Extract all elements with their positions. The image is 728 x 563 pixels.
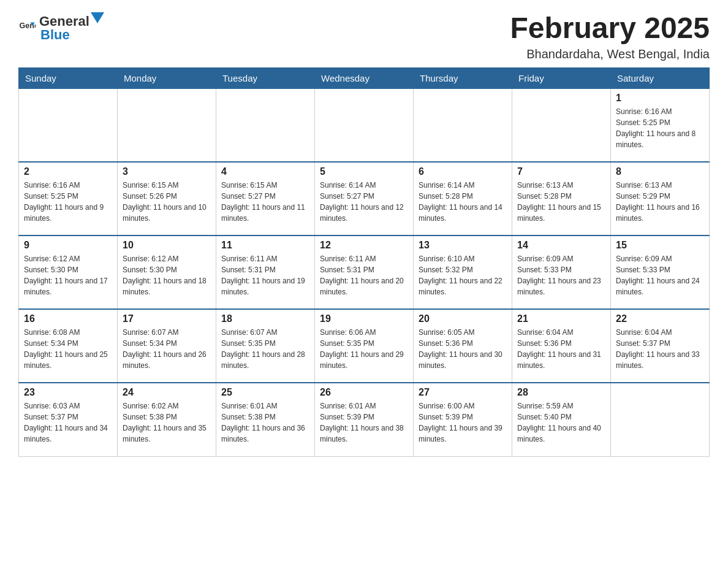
weekday-header-row: SundayMondayTuesdayWednesdayThursdayFrid… [19, 67, 710, 88]
day-number: 12 [320, 240, 408, 251]
calendar-cell: 2Sunrise: 6:16 AM Sunset: 5:25 PM Daylig… [19, 162, 118, 236]
day-number: 5 [320, 166, 408, 177]
day-number: 20 [419, 313, 507, 324]
day-info: Sunrise: 6:06 AM Sunset: 5:35 PM Dayligh… [320, 328, 404, 370]
calendar-cell: 14Sunrise: 6:09 AM Sunset: 5:33 PM Dayli… [512, 236, 611, 309]
day-info: Sunrise: 6:10 AM Sunset: 5:32 PM Dayligh… [419, 255, 502, 296]
calendar-cell: 17Sunrise: 6:07 AM Sunset: 5:34 PM Dayli… [118, 309, 216, 383]
calendar-cell: 10Sunrise: 6:12 AM Sunset: 5:30 PM Dayli… [118, 236, 216, 309]
weekday-header-thursday: Thursday [414, 67, 512, 88]
weekday-header-saturday: Saturday [611, 67, 710, 88]
logo-icon: General [18, 19, 36, 36]
calendar-cell: 27Sunrise: 6:00 AM Sunset: 5:39 PM Dayli… [414, 383, 512, 456]
calendar-cell [19, 88, 118, 162]
calendar-table: SundayMondayTuesdayWednesdayThursdayFrid… [18, 67, 710, 457]
day-info: Sunrise: 6:15 AM Sunset: 5:27 PM Dayligh… [221, 181, 305, 223]
svg-marker-2 [91, 12, 104, 23]
day-info: Sunrise: 5:59 AM Sunset: 5:40 PM Dayligh… [517, 402, 601, 443]
day-number: 2 [24, 166, 112, 177]
calendar-cell: 26Sunrise: 6:01 AM Sunset: 5:39 PM Dayli… [315, 383, 414, 456]
calendar-cell [611, 383, 710, 456]
day-info: Sunrise: 6:07 AM Sunset: 5:35 PM Dayligh… [221, 328, 305, 370]
day-info: Sunrise: 6:09 AM Sunset: 5:33 PM Dayligh… [616, 255, 700, 296]
day-info: Sunrise: 6:05 AM Sunset: 5:36 PM Dayligh… [419, 328, 502, 370]
calendar-cell [315, 88, 414, 162]
day-number: 24 [123, 387, 211, 398]
day-number: 4 [221, 166, 309, 177]
day-info: Sunrise: 6:12 AM Sunset: 5:30 PM Dayligh… [123, 255, 207, 296]
day-number: 28 [517, 387, 605, 398]
calendar-cell: 8Sunrise: 6:13 AM Sunset: 5:29 PM Daylig… [611, 162, 710, 236]
day-info: Sunrise: 6:04 AM Sunset: 5:36 PM Dayligh… [517, 328, 601, 370]
logo-triangle-icon [91, 12, 104, 26]
day-number: 1 [616, 93, 704, 104]
weekday-header-wednesday: Wednesday [315, 67, 414, 88]
day-info: Sunrise: 6:01 AM Sunset: 5:38 PM Dayligh… [221, 402, 305, 443]
day-number: 25 [221, 387, 309, 398]
calendar-week-row: 23Sunrise: 6:03 AM Sunset: 5:37 PM Dayli… [19, 383, 710, 456]
title-area: February 2025 Bhandardaha, West Bengal, … [510, 12, 710, 61]
calendar-cell: 21Sunrise: 6:04 AM Sunset: 5:36 PM Dayli… [512, 309, 611, 383]
calendar-cell: 7Sunrise: 6:13 AM Sunset: 5:28 PM Daylig… [512, 162, 611, 236]
calendar-cell [414, 88, 512, 162]
calendar-cell: 3Sunrise: 6:15 AM Sunset: 5:26 PM Daylig… [118, 162, 216, 236]
day-number: 27 [419, 387, 507, 398]
day-info: Sunrise: 6:13 AM Sunset: 5:28 PM Dayligh… [517, 181, 601, 223]
day-number: 13 [419, 240, 507, 251]
calendar-week-row: 2Sunrise: 6:16 AM Sunset: 5:25 PM Daylig… [19, 162, 710, 236]
day-info: Sunrise: 6:14 AM Sunset: 5:27 PM Dayligh… [320, 181, 404, 223]
calendar-cell: 15Sunrise: 6:09 AM Sunset: 5:33 PM Dayli… [611, 236, 710, 309]
calendar-week-row: 9Sunrise: 6:12 AM Sunset: 5:30 PM Daylig… [19, 236, 710, 309]
day-number: 21 [517, 313, 605, 324]
weekday-header-monday: Monday [118, 67, 216, 88]
day-info: Sunrise: 6:00 AM Sunset: 5:39 PM Dayligh… [419, 402, 502, 443]
day-number: 8 [616, 166, 704, 177]
calendar-cell: 9Sunrise: 6:12 AM Sunset: 5:30 PM Daylig… [19, 236, 118, 309]
calendar-cell: 22Sunrise: 6:04 AM Sunset: 5:37 PM Dayli… [611, 309, 710, 383]
weekday-header-tuesday: Tuesday [216, 67, 315, 88]
day-number: 23 [24, 387, 112, 398]
month-title: February 2025 [510, 12, 710, 45]
location-subtitle: Bhandardaha, West Bengal, India [510, 47, 710, 61]
day-number: 7 [517, 166, 605, 177]
calendar-week-row: 16Sunrise: 6:08 AM Sunset: 5:34 PM Dayli… [19, 309, 710, 383]
calendar-cell: 1Sunrise: 6:16 AM Sunset: 5:25 PM Daylig… [611, 88, 710, 162]
day-info: Sunrise: 6:08 AM Sunset: 5:34 PM Dayligh… [24, 328, 108, 370]
day-info: Sunrise: 6:15 AM Sunset: 5:26 PM Dayligh… [123, 181, 207, 223]
day-info: Sunrise: 6:11 AM Sunset: 5:31 PM Dayligh… [320, 255, 404, 296]
day-number: 15 [616, 240, 704, 251]
day-number: 6 [419, 166, 507, 177]
day-number: 18 [221, 313, 309, 324]
day-number: 10 [123, 240, 211, 251]
day-info: Sunrise: 6:09 AM Sunset: 5:33 PM Dayligh… [517, 255, 601, 296]
day-number: 17 [123, 313, 211, 324]
day-number: 16 [24, 313, 112, 324]
weekday-header-friday: Friday [512, 67, 611, 88]
day-info: Sunrise: 6:14 AM Sunset: 5:28 PM Dayligh… [419, 181, 502, 223]
calendar-cell: 4Sunrise: 6:15 AM Sunset: 5:27 PM Daylig… [216, 162, 315, 236]
calendar-cell: 6Sunrise: 6:14 AM Sunset: 5:28 PM Daylig… [414, 162, 512, 236]
day-number: 14 [517, 240, 605, 251]
calendar-cell [512, 88, 611, 162]
calendar-cell: 20Sunrise: 6:05 AM Sunset: 5:36 PM Dayli… [414, 309, 512, 383]
logo-blue-text: Blue [40, 27, 70, 42]
calendar-cell: 24Sunrise: 6:02 AM Sunset: 5:38 PM Dayli… [118, 383, 216, 456]
calendar-cell: 11Sunrise: 6:11 AM Sunset: 5:31 PM Dayli… [216, 236, 315, 309]
day-info: Sunrise: 6:11 AM Sunset: 5:31 PM Dayligh… [221, 255, 305, 296]
day-number: 11 [221, 240, 309, 251]
day-info: Sunrise: 6:03 AM Sunset: 5:37 PM Dayligh… [24, 402, 108, 443]
calendar-cell: 25Sunrise: 6:01 AM Sunset: 5:38 PM Dayli… [216, 383, 315, 456]
day-number: 9 [24, 240, 112, 251]
page-header: General General Blue February 2025 Bhand… [18, 12, 710, 61]
day-info: Sunrise: 6:02 AM Sunset: 5:38 PM Dayligh… [123, 402, 207, 443]
calendar-cell: 13Sunrise: 6:10 AM Sunset: 5:32 PM Dayli… [414, 236, 512, 309]
calendar-cell [118, 88, 216, 162]
calendar-cell: 5Sunrise: 6:14 AM Sunset: 5:27 PM Daylig… [315, 162, 414, 236]
calendar-cell: 19Sunrise: 6:06 AM Sunset: 5:35 PM Dayli… [315, 309, 414, 383]
calendar-cell: 12Sunrise: 6:11 AM Sunset: 5:31 PM Dayli… [315, 236, 414, 309]
day-info: Sunrise: 6:07 AM Sunset: 5:34 PM Dayligh… [123, 328, 207, 370]
logo: General General Blue [18, 12, 104, 43]
day-info: Sunrise: 6:04 AM Sunset: 5:37 PM Dayligh… [616, 328, 700, 370]
day-number: 19 [320, 313, 408, 324]
calendar-cell: 18Sunrise: 6:07 AM Sunset: 5:35 PM Dayli… [216, 309, 315, 383]
